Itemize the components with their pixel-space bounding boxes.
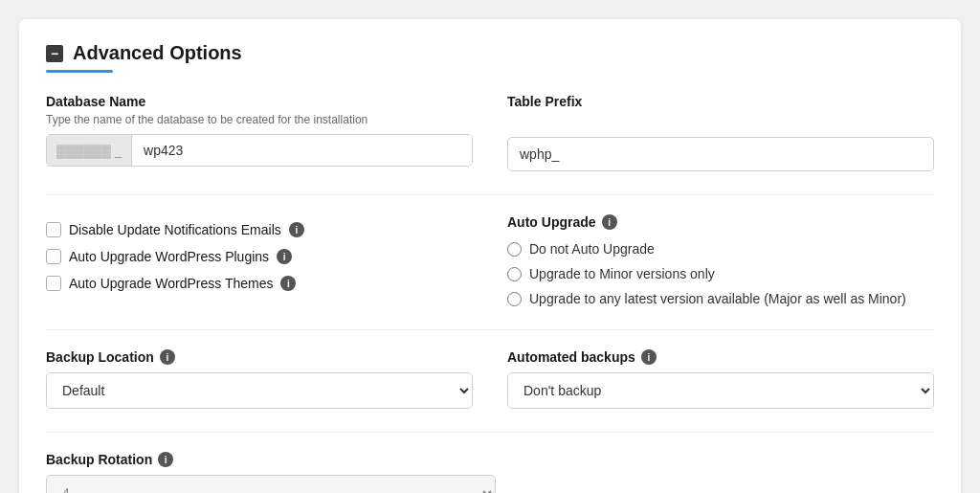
auto-upgrade-section: Auto Upgrade i Do not Auto Upgrade Upgra…: [507, 214, 934, 306]
radio-minor-input[interactable]: [507, 267, 522, 281]
checkbox-group: Disable Update Notifications Emails i Au…: [46, 222, 473, 306]
autoupgrade-themes-checkbox[interactable]: [46, 276, 61, 291]
database-name-input[interactable]: [132, 135, 472, 166]
automated-backups-select[interactable]: Don't backup Daily Weekly Monthly: [507, 372, 934, 409]
autoupgrade-plugins-checkbox[interactable]: [46, 249, 61, 264]
checkbox-autoupgrade-plugins[interactable]: Auto Upgrade WordPress Plugins i: [46, 249, 473, 264]
database-name-field: Database Name Type the name of the datab…: [46, 94, 473, 171]
collapse-icon[interactable]: −: [46, 45, 63, 62]
radio-do-not-autoupgrade[interactable]: Do not Auto Upgrade: [507, 241, 934, 257]
auto-upgrade-label: Auto Upgrade i: [507, 214, 934, 230]
automated-backups-label: Automated backups i: [507, 349, 934, 365]
automated-backups-info-icon[interactable]: i: [641, 349, 657, 365]
radio-no-autoupgrade-input[interactable]: [507, 242, 522, 257]
autoupgrade-plugins-info-icon[interactable]: i: [277, 249, 292, 264]
section-header: − Advanced Options: [46, 42, 934, 64]
advanced-options-card: − Advanced Options Database Name Type th…: [19, 19, 961, 493]
row-backup: Backup Location i Default Automated back…: [46, 349, 934, 409]
backup-rotation-select[interactable]: 4 1 2 3 5: [46, 475, 496, 493]
auto-upgrade-info-icon[interactable]: i: [602, 214, 617, 230]
row-db-table: Database Name Type the name of the datab…: [46, 94, 934, 171]
database-name-sublabel: Type the name of the database to be crea…: [46, 113, 473, 126]
database-name-label: Database Name: [46, 94, 473, 109]
database-name-input-wrapper: ▓▓▓▓▓▓ _: [46, 134, 473, 167]
autoupgrade-themes-info-icon[interactable]: i: [280, 276, 296, 291]
table-prefix-input[interactable]: [507, 137, 934, 171]
backup-location-info-icon[interactable]: i: [160, 349, 175, 365]
divider-2: [46, 329, 934, 330]
divider-1: [46, 194, 934, 195]
backup-location-field: Backup Location i Default: [46, 349, 473, 409]
disable-update-checkbox[interactable]: [46, 222, 61, 237]
table-prefix-label: Table Prefix: [507, 94, 934, 109]
backup-rotation-label: Backup Rotation i: [46, 452, 934, 467]
disable-update-info-icon[interactable]: i: [289, 222, 304, 237]
radio-minor-versions[interactable]: Upgrade to Minor versions only: [507, 266, 934, 281]
row-checkboxes-autoupgrade: Disable Update Notifications Emails i Au…: [46, 214, 934, 306]
auto-upgrade-radio-group: Do not Auto Upgrade Upgrade to Minor ver…: [507, 241, 934, 306]
checkbox-disable-update[interactable]: Disable Update Notifications Emails i: [46, 222, 473, 237]
radio-latest-input[interactable]: [507, 292, 522, 306]
backup-rotation-info-icon[interactable]: i: [158, 452, 173, 467]
section-title: Advanced Options: [73, 42, 242, 64]
checkbox-autoupgrade-themes[interactable]: Auto Upgrade WordPress Themes i: [46, 276, 473, 291]
db-prefix: ▓▓▓▓▓▓ _: [47, 135, 132, 166]
table-prefix-field: Table Prefix: [507, 94, 934, 171]
automated-backups-field: Automated backups i Don't backup Daily W…: [507, 349, 934, 409]
radio-any-latest[interactable]: Upgrade to any latest version available …: [507, 291, 934, 306]
divider-3: [46, 432, 934, 433]
backup-rotation-section: Backup Rotation i 4 1 2 3 5: [46, 452, 934, 493]
section-underline: [46, 70, 113, 73]
backup-location-label: Backup Location i: [46, 349, 473, 365]
backup-location-select[interactable]: Default: [46, 372, 473, 409]
